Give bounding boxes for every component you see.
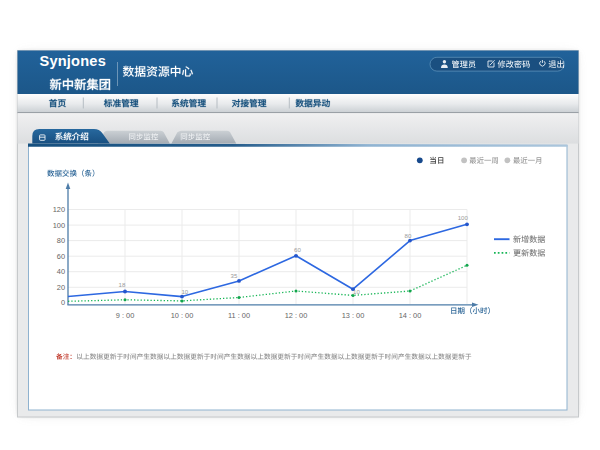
svg-text:9 : 00: 9 : 00 [116, 311, 135, 320]
svg-text:60: 60 [57, 252, 65, 261]
svg-text:10 : 00: 10 : 00 [171, 311, 194, 320]
svg-text:10: 10 [353, 288, 360, 295]
svg-text:80: 80 [405, 232, 412, 239]
svg-text:10: 10 [181, 288, 188, 295]
svg-text:120: 120 [53, 205, 65, 214]
svg-text:18: 18 [119, 281, 126, 288]
svg-text:Synjones: Synjones [40, 53, 106, 69]
svg-text:12 : 00: 12 : 00 [285, 311, 308, 320]
svg-text:60: 60 [294, 246, 301, 253]
svg-text:0: 0 [61, 298, 65, 307]
svg-text:100: 100 [53, 221, 65, 230]
svg-text:100: 100 [458, 214, 469, 221]
svg-text:13 : 00: 13 : 00 [342, 311, 365, 320]
svg-text:14 : 00: 14 : 00 [399, 311, 422, 320]
svg-text:20: 20 [57, 283, 65, 292]
svg-text:40: 40 [57, 267, 65, 276]
svg-text:35: 35 [231, 272, 238, 279]
svg-text:80: 80 [57, 236, 65, 245]
svg-text:11 : 00: 11 : 00 [228, 311, 250, 320]
